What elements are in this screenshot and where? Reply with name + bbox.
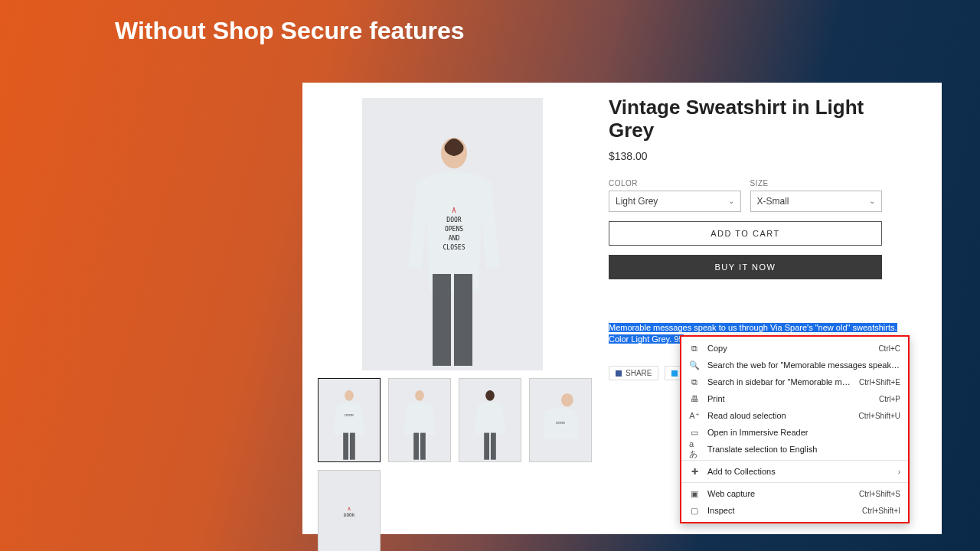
context-menu-item[interactable]: ▢InspectCtrl+Shift+I [681,502,908,519]
context-menu-label: Search the web for "Memorable messages s… [707,360,900,370]
size-variant: SIZE X-Small ⌄ [750,179,883,212]
context-menu-item[interactable]: ▣Web captureCtrl+Shift+S [681,485,908,502]
copy-icon: ⧉ [689,343,700,354]
svg-text:OPENS: OPENS [445,226,463,233]
svg-text:DOOR: DOOR [345,413,354,417]
inspect-icon: ▢ [689,505,700,516]
share-facebook-button[interactable]: SHARE [609,366,658,380]
print-icon: 🖶 [689,393,700,404]
svg-point-19 [485,390,495,401]
context-menu-shortcut: Ctrl+C [878,344,900,353]
chevron-down-icon: ⌄ [728,197,734,205]
svg-rect-20 [484,433,489,460]
context-menu-item[interactable]: ✚Add to Collections› [681,463,908,480]
selected-text-line1: Memorable messages speak to us through V… [609,323,897,332]
context-menu-label: Print [707,394,871,403]
svg-rect-16 [413,433,419,460]
context-menu-item[interactable]: 🔍Search the web for "Memorable messages … [681,357,908,373]
color-label: COLOR [609,179,741,187]
context-menu-item[interactable]: ⧉Search in sidebar for "Memorable messag… [681,373,908,390]
selected-text-line2: Color Light Grey. 95 [609,334,684,344]
chevron-down-icon: ⌄ [869,197,875,205]
svg-text:A: A [452,207,456,214]
context-menu-item[interactable]: ⧉CopyCtrl+C [681,340,908,357]
capture-icon: ▣ [689,488,700,499]
size-value: X-Small [757,196,789,207]
slide-stage: Without Shop Secure features A DOOR OPEN… [0,0,980,551]
svg-point-23 [561,393,573,407]
product-thumbnails: DOOR DOOR ADOOR [318,378,624,551]
buy-now-button[interactable]: BUY IT NOW [609,255,882,279]
browser-window: A DOOR OPENS AND CLOSES DOOR DOOR [302,83,942,534]
svg-text:DOOR: DOOR [446,217,461,223]
context-menu-label: Copy [707,344,871,353]
color-variant: COLOR Light Grey ⌄ [609,179,741,212]
context-menu-label: Web capture [707,489,851,498]
facebook-icon [616,370,622,377]
svg-point-15 [415,390,424,401]
context-menu: ⧉CopyCtrl+C🔍Search the web for "Memorabl… [680,335,910,523]
context-menu-item[interactable]: 🖶PrintCtrl+P [681,390,908,407]
product-title: Vintage Sweatshirt in Light Grey [609,96,882,142]
collections-icon: ✚ [689,466,700,477]
context-menu-shortcut: Ctrl+Shift+I [862,507,900,515]
thumbnail-4[interactable]: DOOR [529,378,592,462]
slide-title: Without Shop Secure features [115,17,465,45]
context-menu-item[interactable]: aあTranslate selection to English [681,441,908,458]
context-menu-separator [681,460,908,461]
product-main-image[interactable]: A DOOR OPENS AND CLOSES [362,98,543,370]
add-to-cart-button[interactable]: ADD TO CART [609,221,882,246]
svg-rect-8 [454,274,472,366]
read-aloud-icon: A⁺ [689,410,700,421]
thumbnail-1[interactable]: DOOR [318,378,381,462]
thumbnail-5[interactable]: ADOOR [318,470,381,551]
svg-point-10 [345,390,354,401]
product-info: Vintage Sweatshirt in Light Grey $138.00… [609,96,882,279]
size-select[interactable]: X-Small ⌄ [750,191,883,212]
share-label: SHARE [626,369,652,377]
twitter-icon [671,370,678,377]
context-menu-separator [681,482,908,483]
thumbnail-3[interactable] [459,378,521,462]
context-menu-label: Search in sidebar for "Memorable message… [707,377,851,386]
context-menu-label: Add to Collections [707,467,890,476]
context-menu-label: Inspect [707,506,854,515]
search-icon: 🔍 [689,360,700,370]
context-menu-item[interactable]: A⁺Read aloud selectionCtrl+Shift+U [681,407,908,424]
color-value: Light Grey [616,196,658,207]
svg-rect-21 [491,433,496,460]
svg-rect-11 [343,433,348,460]
svg-rect-12 [350,433,355,460]
context-menu-label: Translate selection to English [707,445,900,454]
product-price: $138.00 [609,150,882,162]
context-menu-shortcut: Ctrl+Shift+U [859,412,900,420]
thumbnail-2[interactable] [388,378,451,462]
chevron-right-icon: › [898,468,900,476]
svg-text:DOOR: DOOR [556,421,565,425]
svg-text:CLOSES: CLOSES [443,244,466,251]
immersive-icon: ▭ [689,427,700,438]
translate-icon: aあ [689,444,700,455]
context-menu-label: Open in Immersive Reader [707,428,900,437]
context-menu-shortcut: Ctrl+Shift+E [859,378,900,386]
context-menu-shortcut: Ctrl+Shift+S [859,490,900,498]
color-select[interactable]: Light Grey ⌄ [609,191,741,212]
context-menu-shortcut: Ctrl+P [879,395,900,403]
sidebar-search-icon: ⧉ [689,377,700,387]
context-menu-label: Read aloud selection [707,411,851,420]
person-illustration: A DOOR OPENS AND CLOSES [362,98,543,370]
svg-rect-17 [420,433,426,460]
context-menu-item[interactable]: ▭Open in Immersive Reader [681,424,908,441]
svg-text:AND: AND [449,235,460,242]
size-label: SIZE [750,179,883,187]
svg-rect-7 [433,274,451,366]
